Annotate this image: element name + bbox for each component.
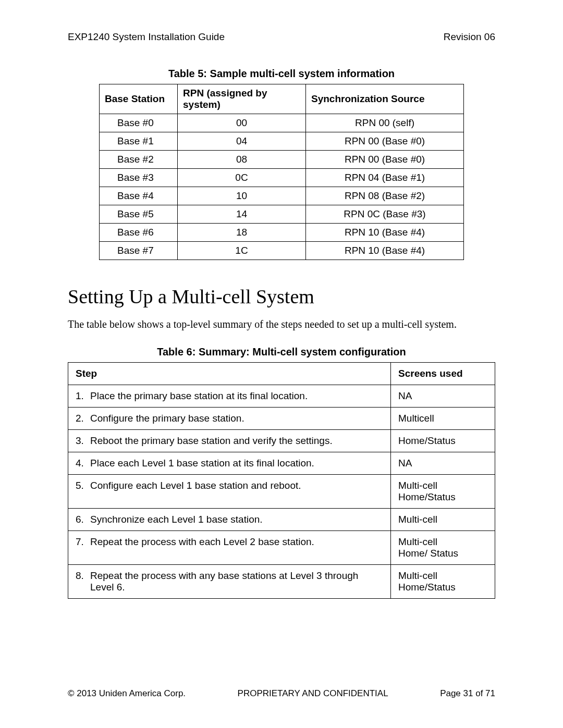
table6-cell-step: 1.Place the primary base station at its … <box>68 385 391 408</box>
step-number: 7. <box>76 536 90 548</box>
table6-cell-screen: Multi-cellHome/Status <box>391 475 495 509</box>
table5-cell-rpn: 1C <box>178 242 306 260</box>
table5-cell-sync: RPN 04 (Base #1) <box>306 169 464 187</box>
table5-cell-rpn: 04 <box>178 132 306 151</box>
step-text: Repeat the process with each Level 2 bas… <box>90 536 383 548</box>
table6-cell-step: 7.Repeat the process with each Level 2 b… <box>68 531 391 565</box>
table6: Step Screens used 1.Place the primary ba… <box>68 362 495 599</box>
table-row: Base #71CRPN 10 (Base #4) <box>100 242 464 260</box>
table5-header-sync: Synchronization Source <box>306 84 464 114</box>
table5: Base Station RPN (assigned by system) Sy… <box>99 84 464 260</box>
table5-cell-sync: RPN 00 (Base #0) <box>306 151 464 169</box>
doc-title-header: EXP1240 System Installation Guide <box>68 31 225 43</box>
footer-page-number: Page 31 of 71 <box>440 688 495 699</box>
table-row: Base #618RPN 10 (Base #4) <box>100 224 464 242</box>
table5-cell-base: Base #3 <box>100 169 178 187</box>
table-row: 3.Reboot the primary base station and ve… <box>68 430 495 452</box>
step-text: Configure each Level 1 base station and … <box>90 480 383 491</box>
table5-cell-sync: RPN 00 (Base #0) <box>306 132 464 151</box>
table6-cell-step: 5.Configure each Level 1 base station an… <box>68 475 391 509</box>
table6-cell-step: 4.Place each Level 1 base station at its… <box>68 452 391 475</box>
table5-cell-base: Base #2 <box>100 151 178 169</box>
table6-cell-screen: Multicell <box>391 408 495 430</box>
table6-caption: Table 6: Summary: Multi-cell system conf… <box>68 346 495 358</box>
table5-cell-base: Base #5 <box>100 205 178 224</box>
table6-header-screens: Screens used <box>391 363 495 385</box>
table-row: 8.Repeat the process with any base stati… <box>68 565 495 599</box>
footer-copyright: © 2013 Uniden America Corp. <box>68 688 186 699</box>
step-text: Place each Level 1 base station at its f… <box>90 458 383 469</box>
table5-cell-base: Base #4 <box>100 187 178 205</box>
table6-cell-screen: Multi-cell <box>391 509 495 531</box>
table-row: Base #30CRPN 04 (Base #1) <box>100 169 464 187</box>
step-text: Synchronize each Level 1 base station. <box>90 514 383 525</box>
table5-cell-sync: RPN 0C (Base #3) <box>306 205 464 224</box>
table5-cell-rpn: 08 <box>178 151 306 169</box>
table-row: 7.Repeat the process with each Level 2 b… <box>68 531 495 565</box>
table5-cell-rpn: 18 <box>178 224 306 242</box>
step-number: 5. <box>76 480 90 491</box>
table6-cell-step: 8.Repeat the process with any base stati… <box>68 565 391 599</box>
step-text: Configure the primary base station. <box>90 413 383 424</box>
table-row: 6.Synchronize each Level 1 base station.… <box>68 509 495 531</box>
table6-cell-step: 3.Reboot the primary base station and ve… <box>68 430 391 452</box>
step-number: 8. <box>76 570 90 593</box>
table5-caption: Table 5: Sample multi-cell system inform… <box>68 68 495 80</box>
table-row: 5.Configure each Level 1 base station an… <box>68 475 495 509</box>
table-row: 2.Configure the primary base station.Mul… <box>68 408 495 430</box>
table5-cell-rpn: 14 <box>178 205 306 224</box>
step-text: Repeat the process with any base station… <box>90 570 383 593</box>
step-text: Reboot the primary base station and veri… <box>90 435 383 447</box>
table6-header-step: Step <box>68 363 391 385</box>
table-row: Base #000RPN 00 (self) <box>100 114 464 132</box>
table6-cell-screen: Multi-cellHome/Status <box>391 565 495 599</box>
table5-cell-base: Base #6 <box>100 224 178 242</box>
table5-cell-base: Base #0 <box>100 114 178 132</box>
table5-cell-rpn: 0C <box>178 169 306 187</box>
footer-confidential: PROPRIETARY AND CONFIDENTIAL <box>238 688 388 699</box>
table5-cell-sync: RPN 00 (self) <box>306 114 464 132</box>
step-number: 3. <box>76 435 90 447</box>
step-number: 1. <box>76 390 90 402</box>
table-row: Base #208RPN 00 (Base #0) <box>100 151 464 169</box>
step-number: 4. <box>76 458 90 469</box>
table6-cell-screen: NA <box>391 385 495 408</box>
table5-cell-sync: RPN 08 (Base #2) <box>306 187 464 205</box>
table6-cell-step: 6.Synchronize each Level 1 base station. <box>68 509 391 531</box>
doc-revision-header: Revision 06 <box>444 31 495 43</box>
step-text: Place the primary base station at its fi… <box>90 390 383 402</box>
table5-cell-base: Base #1 <box>100 132 178 151</box>
step-number: 6. <box>76 514 90 525</box>
table-row: Base #514RPN 0C (Base #3) <box>100 205 464 224</box>
table6-cell-screen: Home/Status <box>391 430 495 452</box>
table5-cell-sync: RPN 10 (Base #4) <box>306 242 464 260</box>
table-row: Base #410RPN 08 (Base #2) <box>100 187 464 205</box>
table6-cell-step: 2.Configure the primary base station. <box>68 408 391 430</box>
table-row: Base #104RPN 00 (Base #0) <box>100 132 464 151</box>
table5-cell-sync: RPN 10 (Base #4) <box>306 224 464 242</box>
step-number: 2. <box>76 413 90 424</box>
section-intro: The table below shows a top-level summar… <box>68 317 495 331</box>
table-row: 1.Place the primary base station at its … <box>68 385 495 408</box>
table6-cell-screen: Multi-cellHome/ Status <box>391 531 495 565</box>
section-heading: Setting Up a Multi-cell System <box>68 285 495 308</box>
table-row: 4.Place each Level 1 base station at its… <box>68 452 495 475</box>
table5-cell-rpn: 00 <box>178 114 306 132</box>
table5-cell-rpn: 10 <box>178 187 306 205</box>
table5-header-rpn: RPN (assigned by system) <box>178 84 306 114</box>
table5-cell-base: Base #7 <box>100 242 178 260</box>
table5-header-base: Base Station <box>100 84 178 114</box>
table6-cell-screen: NA <box>391 452 495 475</box>
